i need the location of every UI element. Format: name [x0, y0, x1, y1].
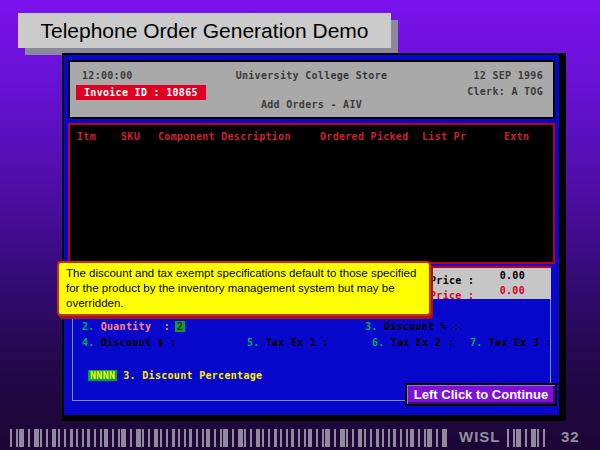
discount-amt-number: 4. — [82, 337, 95, 348]
quantity-number: 2. — [82, 321, 95, 332]
tax-ex-1-number: 5. — [247, 337, 260, 348]
tax-ex-1-label: Tax Ex 1 : — [266, 337, 329, 348]
price-value: 0.00 — [500, 270, 525, 281]
input-prompt-hint: 3. Discount Percentage — [123, 370, 262, 381]
discount-amt-label: Discount $ : — [101, 337, 177, 348]
column-header-extension: Extn — [504, 131, 529, 142]
column-header-description: Component Description — [158, 131, 291, 142]
page-number: 32 — [561, 428, 580, 445]
tax-ex-3-label: Tax Ex 3 : — [489, 337, 552, 348]
price-row: Price : 0.00 — [430, 270, 543, 285]
input-mask-field[interactable]: NNNN — [88, 370, 117, 381]
tax-ex-2-number: 6. — [372, 337, 385, 348]
callout-tooltip: The discount and tax exempt specificatio… — [57, 261, 431, 316]
order-entry-window: 12:00:00 University College Store 12 SEP… — [62, 53, 566, 421]
column-header-sku: SKU — [121, 131, 140, 142]
footer-brand: WISL — [459, 428, 501, 445]
clerk-label: Clerk: A TOG — [467, 86, 543, 97]
column-header-list-price: List Pr — [422, 131, 466, 142]
continue-button[interactable]: Left Click to Continue — [405, 383, 557, 406]
page-title: Telephone Order Generation Demo — [18, 13, 391, 48]
column-header-ordered-picked: Ordered Picked — [320, 131, 409, 142]
order-line-table: Itm SKU Component Description Ordered Pi… — [68, 123, 555, 264]
invoice-id-badge: Invoice ID : 10865 — [76, 85, 206, 100]
tax-ex-3-number: 7. — [470, 337, 483, 348]
form-row-quantity: 2.Quantity : 2 3.Discount % : — [82, 321, 555, 335]
screen-mode-label: Add Orders - AIV — [70, 99, 553, 110]
price-value: 0.00 — [500, 285, 525, 296]
date: 12 SEP 1996 — [473, 70, 543, 81]
input-prompt-row: NNNN3. Discount Percentage — [88, 365, 262, 379]
barcode-strip-left — [10, 429, 447, 447]
slide: Telephone Order Generation Demo 12:00:00… — [0, 0, 600, 450]
quantity-label: Quantity : — [101, 321, 171, 332]
discount-pct-label: Discount % : — [384, 321, 460, 332]
column-header-item: Itm — [77, 131, 96, 142]
tax-ex-2-label: Tax Ex 2 : — [391, 337, 454, 348]
barcode-strip-right — [507, 429, 548, 447]
price-label: Price : — [430, 290, 474, 301]
discount-pct-number: 3. — [365, 321, 378, 332]
terminal-header-panel: 12:00:00 University College Store 12 SEP… — [68, 60, 555, 119]
price-row: Price : 0.00 — [430, 285, 543, 300]
quantity-field[interactable]: 2 — [175, 321, 185, 332]
form-row-discounts-tax: 4.Discount $ : 5.Tax Ex 1 : 6.Tax Ex 2 :… — [82, 337, 555, 351]
